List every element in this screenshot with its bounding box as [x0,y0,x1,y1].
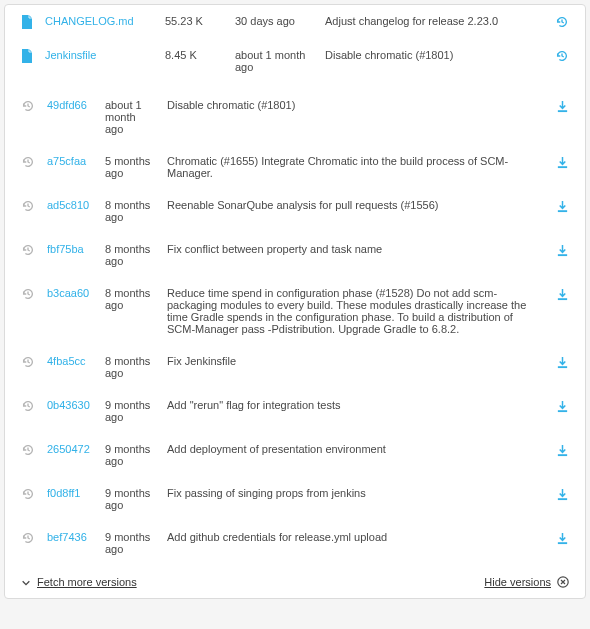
history-icon [21,399,35,411]
file-list: CHANGELOG.md55.23 K30 days agoAdjust cha… [5,5,585,89]
commit-hash-link[interactable]: 4fba5cc [47,355,86,367]
commit-row: f0d8ff19 months agoFix passing of singin… [5,477,585,521]
commit-date: 9 months ago [99,389,161,433]
file-row[interactable]: CHANGELOG.md55.23 K30 days agoAdjust cha… [5,5,585,39]
history-icon [21,199,35,211]
file-date: 30 days ago [229,5,319,39]
history-icon [21,531,35,543]
commit-date: 5 months ago [99,145,161,189]
file-icon [21,15,33,27]
commit-hash-link[interactable]: b3caa60 [47,287,89,299]
close-icon[interactable] [557,575,569,588]
commit-date: 9 months ago [99,433,161,477]
download-icon[interactable] [556,243,569,255]
file-name-link[interactable]: Jenkinsfile [45,49,96,61]
commit-row: 4fba5cc8 months agoFix Jenkinsfile [5,345,585,389]
download-icon[interactable] [556,99,569,111]
commit-message: Disable chromatic (#1801) [161,89,550,145]
history-icon[interactable] [555,49,569,61]
commit-row: fbf75ba8 months agoFix conflict between … [5,233,585,277]
commit-message: Fix Jenkinsfile [161,345,550,389]
commit-hash-link[interactable]: a75cfaa [47,155,86,167]
commit-row: bef74369 months agoAdd github credential… [5,521,585,565]
commit-hash-link[interactable]: bef7436 [47,531,87,543]
history-icon [21,355,35,367]
commit-date: 8 months ago [99,277,161,345]
history-icon [21,443,35,455]
file-size: 8.45 K [159,39,229,83]
chevron-down-icon [21,576,31,588]
commit-date: 8 months ago [99,189,161,233]
commit-row: 0b436309 months agoAdd "rerun" flag for … [5,389,585,433]
commit-message: Add github credentials for release.yml u… [161,521,550,565]
commit-list: 49dfd66about 1 month agoDisable chromati… [5,89,585,565]
commit-message: Fix conflict between property and task n… [161,233,550,277]
file-name-link[interactable]: CHANGELOG.md [45,15,134,27]
commit-row: ad5c8108 months agoReenable SonarQube an… [5,189,585,233]
commit-row: b3caa608 months agoReduce time spend in … [5,277,585,345]
commit-hash-link[interactable]: 0b43630 [47,399,90,411]
download-icon[interactable] [556,487,569,499]
commit-message: Fix passing of singing props from jenkin… [161,477,550,521]
commit-date: about 1 month ago [99,89,161,145]
history-icon [21,287,35,299]
commit-message: Add deployment of presentation environme… [161,433,550,477]
download-icon[interactable] [556,287,569,299]
commit-date: 9 months ago [99,477,161,521]
download-icon[interactable] [556,531,569,543]
commit-hash-link[interactable]: fbf75ba [47,243,84,255]
download-icon[interactable] [556,355,569,367]
commit-row: 49dfd66about 1 month agoDisable chromati… [5,89,585,145]
commit-message: Add "rerun" flag for integration tests [161,389,550,433]
commit-row: a75cfaa5 months agoChromatic (#1655) Int… [5,145,585,189]
commit-row: 26504729 months agoAdd deployment of pre… [5,433,585,477]
hide-versions-link[interactable]: Hide versions [484,576,551,588]
file-size: 55.23 K [159,5,229,39]
file-row[interactable]: Jenkinsfile8.45 Kabout 1 month agoDisabl… [5,39,585,83]
commit-message: Reduce time spend in configuration phase… [161,277,550,345]
file-icon [21,49,33,61]
commit-hash-link[interactable]: f0d8ff1 [47,487,80,499]
commit-date: 9 months ago [99,521,161,565]
download-icon[interactable] [556,443,569,455]
commit-date: 8 months ago [99,233,161,277]
file-browser-panel: CHANGELOG.md55.23 K30 days agoAdjust cha… [4,4,586,599]
commit-message: Chromatic (#1655) Integrate Chromatic in… [161,145,550,189]
file-date: about 1 month ago [229,39,319,83]
fetch-more-versions-link[interactable]: Fetch more versions [37,576,137,588]
download-icon[interactable] [556,155,569,167]
download-icon[interactable] [556,399,569,411]
commit-date: 8 months ago [99,345,161,389]
history-icon [21,155,35,167]
file-commit-msg: Disable chromatic (#1801) [319,39,549,83]
commit-hash-link[interactable]: 49dfd66 [47,99,87,111]
file-commit-msg: Adjust changelog for release 2.23.0 [319,5,549,39]
history-icon [21,487,35,499]
download-icon[interactable] [556,199,569,211]
history-icon[interactable] [555,15,569,27]
commit-hash-link[interactable]: 2650472 [47,443,90,455]
versions-footer: Fetch more versions Hide versions [5,565,585,598]
commit-message: Reenable SonarQube analysis for pull req… [161,189,550,233]
history-icon [21,99,35,111]
commit-hash-link[interactable]: ad5c810 [47,199,89,211]
history-icon [21,243,35,255]
